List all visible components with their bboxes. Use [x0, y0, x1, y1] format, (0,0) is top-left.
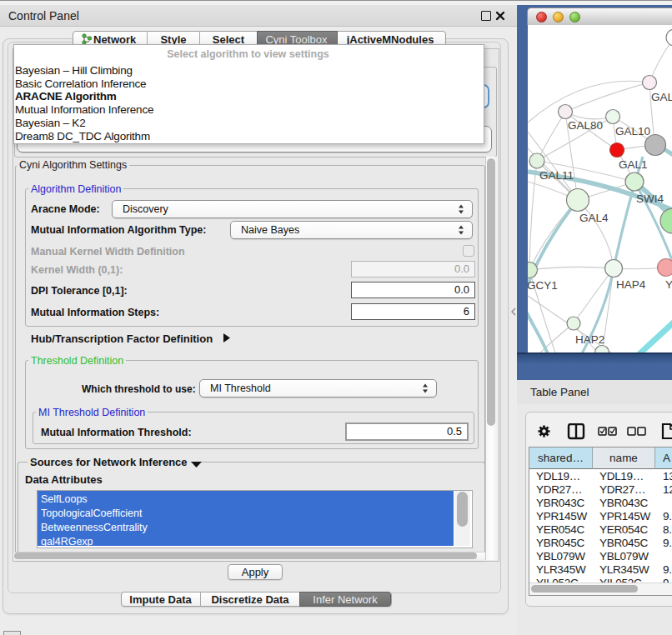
svg-text:HAP2: HAP2 — [575, 333, 604, 346]
svg-text:GAL80: GAL80 — [568, 119, 603, 132]
svg-text:GAL1: GAL1 — [619, 158, 648, 171]
svg-text:Y: Y — [665, 278, 672, 291]
svg-text:GCY1: GCY1 — [528, 279, 558, 292]
svg-text:GAL4: GAL4 — [579, 212, 609, 224]
svg-text:HAP4: HAP4 — [616, 278, 646, 291]
svg-text:SWI4: SWI4 — [636, 192, 664, 205]
svg-text:GAL10: GAL10 — [615, 125, 650, 138]
svg-text:GAL: GAL — [651, 91, 672, 103]
svg-text:GAL11: GAL11 — [539, 169, 574, 182]
